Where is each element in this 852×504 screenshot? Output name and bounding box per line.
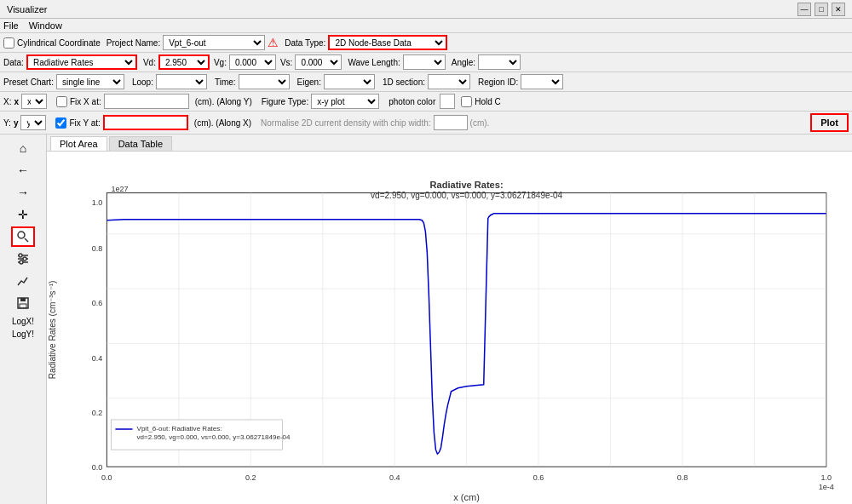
- plot-svg: 1e27 Radiative Rates: vd=2.950, vg=0.000…: [47, 152, 852, 504]
- chart-icon: [16, 274, 30, 288]
- wavelength-select[interactable]: [403, 54, 446, 70]
- back-btn[interactable]: ←: [11, 160, 35, 180]
- data-type-warning-icon: ⚠: [268, 36, 279, 49]
- loop-label: Loop:: [132, 77, 153, 87]
- angle-label: Angle:: [452, 58, 475, 67]
- settings-btn[interactable]: [11, 249, 35, 269]
- save-btn[interactable]: [11, 293, 35, 313]
- sidebar: ⌂ ← → ✛: [0, 135, 47, 504]
- chart-btn[interactable]: [11, 271, 35, 291]
- logx-label[interactable]: LogX!: [12, 317, 34, 326]
- fix-y-input[interactable]: 3.06271849e-04: [103, 115, 188, 130]
- hold-c-checkbox[interactable]: [461, 96, 472, 107]
- pan-btn[interactable]: ✛: [11, 204, 35, 225]
- forward-btn[interactable]: →: [11, 182, 35, 203]
- cm-along-x-label: (cm). (Along X): [194, 118, 251, 128]
- svg-text:0.0: 0.0: [101, 473, 112, 482]
- menu-window[interactable]: Window: [29, 20, 62, 31]
- zoom-icon: [16, 230, 30, 243]
- y-tick-10: 1.0: [92, 198, 103, 207]
- preset-select[interactable]: single line: [56, 74, 124, 89]
- svg-rect-9: [20, 298, 26, 301]
- logy-label[interactable]: LogY!: [12, 329, 34, 339]
- plot-title: Radiative Rates:: [430, 180, 504, 190]
- wavelength-label: Wave Length:: [348, 58, 400, 67]
- data-type-select[interactable]: 2D Node-Base Data: [328, 35, 447, 50]
- x-colon: x: [14, 97, 19, 106]
- y-select[interactable]: y: [20, 115, 46, 130]
- data-select[interactable]: Radiative Rates: [26, 54, 137, 70]
- project-label: Project Name:: [106, 38, 160, 48]
- cylindrical-label: Cylindrical Coordinate: [17, 38, 101, 48]
- svg-text:0.8: 0.8: [677, 473, 688, 482]
- data-label: Data:: [3, 58, 24, 67]
- fix-y-label: Fix Y at:: [69, 118, 100, 128]
- eigen-select[interactable]: [324, 74, 375, 89]
- eigen-label: Eigen:: [297, 77, 321, 87]
- zoom-btn[interactable]: [11, 226, 35, 247]
- svg-point-6: [23, 257, 26, 261]
- normalize-input[interactable]: 0.02: [434, 115, 468, 130]
- photon-color-swatch[interactable]: [440, 94, 455, 109]
- normalize-label: Normalise 2D current density with chip w…: [261, 118, 431, 128]
- tabs: Plot Area Data Table: [47, 135, 852, 152]
- cylindrical-checkbox[interactable]: [3, 37, 14, 49]
- svg-text:0.2: 0.2: [245, 473, 256, 482]
- restore-btn[interactable]: □: [815, 3, 828, 16]
- angle-select[interactable]: [478, 54, 521, 70]
- svg-point-0: [18, 232, 25, 238]
- legend-line2: vd=2.950, vg=0.000, vs=0.000, y=3.062718…: [137, 433, 291, 441]
- vs-label: Vs:: [280, 58, 292, 67]
- home-btn[interactable]: ⌂: [11, 138, 35, 158]
- fix-x-checkbox[interactable]: [56, 96, 67, 107]
- vd-label: Vd:: [143, 58, 156, 67]
- fix-x-label: Fix X at:: [70, 97, 101, 106]
- time-label: Time:: [215, 77, 236, 87]
- tab-plot-area[interactable]: Plot Area: [50, 136, 107, 151]
- y-colon: y: [14, 118, 19, 128]
- svg-text:0.4: 0.4: [389, 473, 400, 482]
- plot-button[interactable]: Plot: [810, 113, 849, 132]
- close-btn[interactable]: ✕: [832, 3, 845, 16]
- svg-line-1: [25, 238, 28, 242]
- fix-y-checkbox[interactable]: [55, 117, 66, 129]
- plot-area: 1e27 Radiative Rates: vd=2.950, vg=0.000…: [47, 152, 852, 504]
- project-select[interactable]: Vpt_6-out: [163, 35, 265, 50]
- x-axis-title: x (cm): [453, 492, 480, 502]
- tab-data-table[interactable]: Data Table: [109, 136, 172, 151]
- figure-type-label: Figure Type:: [262, 97, 308, 106]
- vg-select[interactable]: 0.000: [229, 54, 276, 70]
- fix-x-input[interactable]: 4.75502453e-05: [104, 94, 189, 109]
- y-scale-text: 1e27: [111, 185, 128, 193]
- minimize-btn[interactable]: —: [797, 3, 811, 16]
- region-id-select[interactable]: [521, 74, 563, 89]
- vg-label: Vg:: [214, 58, 227, 67]
- svg-text:0.6: 0.6: [533, 473, 544, 482]
- hold-c-label: Hold C: [475, 97, 501, 106]
- menu-file[interactable]: File: [3, 20, 19, 31]
- y-tick-02: 0.2: [92, 409, 103, 417]
- preset-label: Preset Chart:: [3, 77, 54, 87]
- time-select[interactable]: [239, 74, 290, 89]
- x-select[interactable]: x: [21, 94, 47, 109]
- y-tick-0: 0.0: [92, 463, 103, 472]
- x-label: X:: [3, 97, 11, 106]
- data-type-label: Data Type:: [285, 38, 325, 48]
- section-1d-select[interactable]: [428, 74, 470, 89]
- y-tick-08: 0.8: [92, 244, 103, 253]
- photon-color-label: photon color: [389, 97, 435, 106]
- figure-type-select[interactable]: x-y plot: [311, 94, 379, 109]
- save-icon: [16, 296, 30, 310]
- vd-select[interactable]: 2.950: [158, 54, 210, 70]
- app-title: Visualizer: [7, 4, 48, 14]
- y-axis-title: Radiative Rates (cm⁻³s⁻¹): [48, 281, 57, 380]
- sliders-icon: [16, 252, 30, 266]
- y-label: Y:: [3, 118, 11, 128]
- svg-point-7: [20, 261, 23, 264]
- cm-label: (cm).: [470, 118, 490, 128]
- vs-select[interactable]: 0.000: [295, 54, 342, 70]
- loop-select[interactable]: [156, 74, 207, 89]
- menubar: File Window: [0, 19, 852, 33]
- section-1d-label: 1D section:: [383, 77, 425, 87]
- svg-text:1.0: 1.0: [821, 473, 832, 482]
